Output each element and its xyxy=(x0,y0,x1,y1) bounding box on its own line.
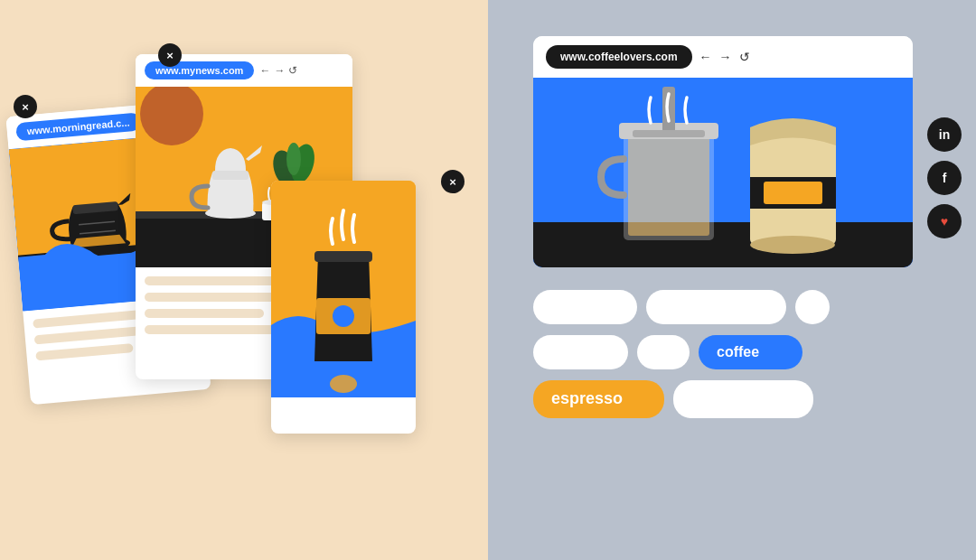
tag-pill-1-1[interactable] xyxy=(533,290,637,324)
back-icon[interactable]: ← xyxy=(259,64,270,77)
card-image-small xyxy=(271,181,416,397)
text-line xyxy=(35,343,133,360)
url-pill-morning[interactable]: www.morningread.c... xyxy=(15,112,141,141)
right-browser: www.coffeelovers.com ← → ↺ xyxy=(533,36,913,267)
forward-icon[interactable]: → xyxy=(274,64,285,77)
svg-point-36 xyxy=(750,236,835,254)
svg-rect-29 xyxy=(628,136,709,236)
tag-coffee[interactable]: coffee xyxy=(699,335,802,369)
tag-pill-1-3[interactable] xyxy=(795,290,830,324)
svg-point-24 xyxy=(330,375,357,393)
right-back-icon[interactable]: ← xyxy=(699,50,712,64)
url-pill-main[interactable]: www.mynews.com xyxy=(145,61,254,79)
tags-row-3: espresso xyxy=(533,380,913,418)
right-url-pill[interactable]: www.coffeelovers.com xyxy=(546,45,692,69)
svg-rect-32 xyxy=(633,130,705,137)
browser-card-small xyxy=(271,181,416,434)
facebook-icon[interactable]: f xyxy=(927,161,962,195)
right-forward-icon[interactable]: → xyxy=(719,50,732,64)
tag-pill-2-2[interactable] xyxy=(637,335,690,369)
svg-point-23 xyxy=(333,305,354,327)
text-line xyxy=(145,309,264,318)
linkedin-icon[interactable]: in xyxy=(927,117,962,152)
right-panel: www.coffeelovers.com ← → ↺ xyxy=(488,0,976,560)
right-address-bar: www.coffeelovers.com ← → ↺ xyxy=(533,36,913,78)
right-refresh-icon[interactable]: ↺ xyxy=(739,50,750,64)
left-panel: www.morningread.c... xyxy=(0,0,488,560)
svg-rect-35 xyxy=(764,182,822,204)
social-icons: in f ♥ xyxy=(927,117,962,238)
svg-rect-12 xyxy=(212,171,249,180)
tags-row-1 xyxy=(533,290,913,324)
refresh-icon[interactable]: ↺ xyxy=(288,64,297,77)
svg-point-17 xyxy=(286,143,301,175)
svg-rect-21 xyxy=(314,251,372,262)
tag-pill-3-2[interactable] xyxy=(673,380,813,418)
tag-pill-1-2[interactable] xyxy=(646,290,786,324)
close-button-main[interactable]: × xyxy=(158,43,182,67)
tags-area: coffee espresso xyxy=(533,290,913,418)
tags-row-2: coffee xyxy=(533,335,913,369)
close-button-small[interactable]: × xyxy=(441,170,465,193)
right-nav-icons: ← → ↺ xyxy=(699,50,750,64)
right-browser-image xyxy=(533,78,913,267)
heart-icon[interactable]: ♥ xyxy=(927,204,962,238)
close-button-morning[interactable]: × xyxy=(14,95,37,118)
svg-rect-27 xyxy=(533,222,913,267)
tag-espresso[interactable]: espresso xyxy=(533,380,664,418)
tag-pill-2-1[interactable] xyxy=(533,335,628,369)
nav-icons-main: ← → ↺ xyxy=(259,64,297,77)
